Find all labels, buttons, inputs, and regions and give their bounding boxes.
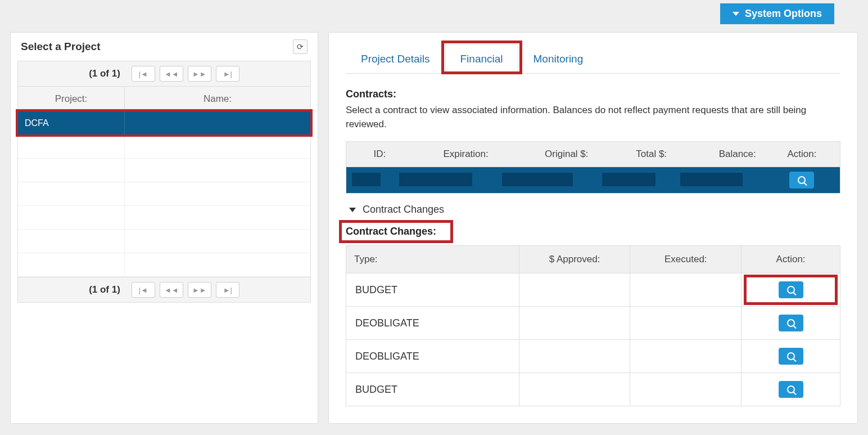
details-panel: Project Details Financial Monitoring Con… bbox=[328, 32, 858, 424]
select-project-panel: Select a Project ⟳ (1 of 1) |◄ ◄◄ ►► ►| … bbox=[10, 32, 318, 424]
contracts-th-balance: Balance: bbox=[675, 142, 764, 167]
search-icon bbox=[787, 319, 795, 327]
pager-last-button[interactable]: ►| bbox=[216, 66, 239, 82]
project-row[interactable] bbox=[18, 253, 310, 277]
select-project-title: Select a Project bbox=[21, 41, 101, 53]
project-header-name: Name: bbox=[125, 87, 310, 111]
project-cell-name bbox=[125, 111, 310, 134]
contract-original bbox=[502, 173, 573, 186]
cc-view-button[interactable] bbox=[779, 315, 803, 331]
search-icon bbox=[787, 385, 795, 393]
project-row[interactable] bbox=[18, 159, 310, 182]
cc-view-button[interactable] bbox=[779, 281, 803, 298]
cc-executed bbox=[630, 340, 742, 373]
cc-action-cell bbox=[742, 273, 840, 307]
search-icon bbox=[787, 352, 795, 360]
contracts-th-original: Original $: bbox=[496, 142, 596, 167]
cc-approved bbox=[519, 340, 630, 373]
contract-balance bbox=[680, 173, 743, 186]
caret-down-icon bbox=[733, 12, 739, 16]
cc-view-button[interactable] bbox=[779, 348, 803, 365]
project-row[interactable] bbox=[18, 230, 310, 253]
project-header-project: Project: bbox=[18, 87, 125, 111]
contracts-th-expiration: Expiration: bbox=[394, 142, 496, 167]
pager-first-button[interactable]: |◄ bbox=[132, 282, 155, 298]
contracts-th-id: ID: bbox=[346, 142, 394, 167]
search-icon bbox=[787, 286, 795, 294]
contracts-desc: Select a contract to view associated inf… bbox=[346, 104, 840, 131]
pager-next-button[interactable]: ►► bbox=[188, 282, 211, 298]
system-options-label: System Options bbox=[745, 8, 822, 20]
cc-type: BUDGET bbox=[346, 373, 519, 406]
cc-view-button[interactable] bbox=[779, 381, 803, 398]
tab-project-details[interactable]: Project Details bbox=[346, 44, 445, 74]
contract-changes-heading-wrap: Contract Changes: bbox=[346, 226, 436, 237]
cc-row: BUDGET bbox=[346, 273, 840, 307]
cc-approved bbox=[519, 273, 630, 307]
pager-next-button[interactable]: ►► bbox=[188, 66, 211, 82]
pager-label-bottom: (1 of 1) bbox=[89, 284, 120, 295]
pager-prev-button[interactable]: ◄◄ bbox=[160, 66, 183, 82]
cc-row: DEOBLIGATE bbox=[346, 307, 840, 340]
cc-executed bbox=[630, 373, 742, 406]
contract-changes-heading: Contract Changes: bbox=[346, 226, 436, 237]
project-cell-project: DCFA bbox=[18, 111, 125, 134]
pager-last-button[interactable]: ►| bbox=[216, 282, 239, 298]
project-row[interactable] bbox=[18, 182, 310, 206]
cc-action-cell bbox=[742, 340, 840, 373]
cc-th-approved: $ Approved: bbox=[519, 246, 630, 273]
contract-changes-toggle-label: Contract Changes bbox=[363, 204, 444, 216]
project-table-header: Project: Name: bbox=[17, 87, 311, 111]
contract-id bbox=[352, 173, 381, 186]
project-row-selected[interactable]: DCFA bbox=[18, 111, 310, 135]
tab-monitoring[interactable]: Monitoring bbox=[518, 44, 599, 74]
cc-th-type: Type: bbox=[346, 246, 519, 273]
project-row[interactable] bbox=[18, 135, 310, 159]
pager-bottom: (1 of 1) |◄ ◄◄ ►► ►| bbox=[17, 277, 311, 303]
cc-action-cell bbox=[742, 373, 840, 406]
cc-approved bbox=[519, 373, 630, 406]
cc-th-action: Action: bbox=[742, 246, 840, 273]
tabs: Project Details Financial Monitoring bbox=[346, 44, 840, 74]
contracts-th-action: Action: bbox=[764, 142, 840, 167]
contract-changes-table: Type: $ Approved: Executed: Action: BUDG… bbox=[346, 245, 840, 406]
cc-approved bbox=[519, 307, 630, 340]
cc-type: DEOBLIGATE bbox=[346, 340, 519, 373]
cc-row: BUDGET bbox=[346, 373, 840, 406]
cc-executed bbox=[630, 273, 742, 307]
project-row[interactable] bbox=[18, 206, 310, 230]
tab-financial[interactable]: Financial bbox=[445, 44, 518, 74]
contract-row[interactable] bbox=[346, 167, 840, 194]
cc-th-executed: Executed: bbox=[630, 246, 742, 273]
contract-expiration bbox=[399, 173, 472, 186]
contract-total bbox=[602, 173, 656, 186]
pager-prev-button[interactable]: ◄◄ bbox=[160, 282, 183, 298]
pager-first-button[interactable]: |◄ bbox=[132, 66, 155, 82]
search-icon bbox=[798, 176, 806, 184]
caret-down-icon bbox=[349, 208, 356, 212]
contract-view-button[interactable] bbox=[789, 172, 814, 189]
cc-row: DEOBLIGATE bbox=[346, 340, 840, 373]
pager-top: (1 of 1) |◄ ◄◄ ►► ►| bbox=[17, 61, 311, 87]
refresh-icon: ⟳ bbox=[297, 42, 304, 51]
system-options-button[interactable]: System Options bbox=[720, 3, 834, 24]
contracts-th-total: Total $: bbox=[596, 142, 675, 167]
contracts-title: Contracts: bbox=[346, 88, 840, 100]
contracts-table: ID: Expiration: Original $: Total $: Bal… bbox=[346, 141, 840, 194]
cc-type: BUDGET bbox=[346, 273, 519, 307]
contract-changes-toggle[interactable]: Contract Changes bbox=[349, 204, 840, 216]
cc-action-cell bbox=[742, 307, 840, 340]
pager-label: (1 of 1) bbox=[89, 68, 120, 79]
cc-executed bbox=[630, 307, 742, 340]
project-table-body: DCFA bbox=[17, 111, 311, 277]
cc-type: DEOBLIGATE bbox=[346, 307, 519, 340]
refresh-button[interactable]: ⟳ bbox=[293, 39, 308, 54]
